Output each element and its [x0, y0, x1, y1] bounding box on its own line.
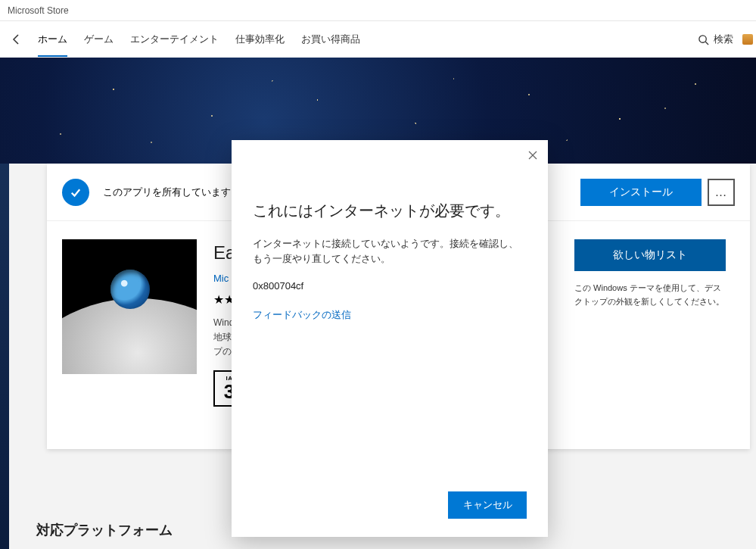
dialog-title: これにはインターネットが必要です。 — [253, 201, 527, 221]
dialog-message: インターネットに接続していないようです。接続を確認し、もう一度やり直してください… — [253, 236, 527, 267]
modal-overlay: これにはインターネットが必要です。 インターネットに接続していないようです。接続… — [0, 0, 756, 549]
close-icon — [528, 151, 537, 160]
dialog-cancel-button[interactable]: キャンセル — [448, 491, 527, 519]
feedback-link[interactable]: フィードバックの送信 — [253, 308, 527, 322]
dialog-error-code: 0x800704cf — [253, 280, 527, 292]
error-dialog: これにはインターネットが必要です。 インターネットに接続していないようです。接続… — [232, 140, 548, 537]
dialog-close-button[interactable] — [525, 146, 540, 166]
